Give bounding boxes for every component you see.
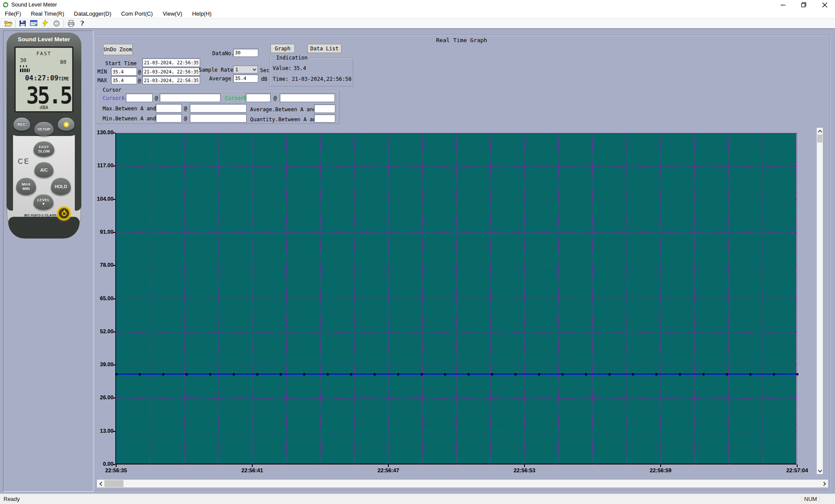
x-axis-label: 22:56:59 — [650, 468, 671, 474]
data-point-marker — [327, 373, 329, 375]
horizontal-scrollbar-thumb[interactable] — [104, 480, 124, 487]
print-button[interactable] — [65, 19, 77, 28]
datalogger-button[interactable] — [28, 19, 40, 28]
start-time-field[interactable] — [142, 58, 200, 67]
series-line — [116, 374, 797, 375]
cursor-b-value-field[interactable] — [246, 93, 271, 102]
gridline-vertical — [763, 133, 763, 464]
data-point-marker — [538, 373, 540, 375]
gridline-vertical — [627, 133, 627, 464]
cursor-a-value-field[interactable] — [126, 93, 153, 102]
at-sign: @ — [184, 116, 187, 122]
average-between-field[interactable] — [314, 104, 335, 113]
indication-title: Indication — [274, 55, 309, 61]
device-panel: Sound Level Meter FAST 30 80 04:27:09TIM… — [3, 30, 94, 492]
vertical-scrollbar-thumb[interactable] — [817, 135, 822, 143]
data-point-marker — [303, 373, 305, 375]
max-between-time-field[interactable] — [190, 104, 247, 113]
average-label: Average — [209, 76, 231, 82]
minimize-button[interactable] — [772, 0, 793, 10]
sample-rate-label: Sample Rate — [199, 67, 233, 73]
at-sign: @ — [155, 95, 158, 101]
help-question-icon: ? — [80, 20, 84, 27]
y-axis-label: 26.00 — [94, 395, 114, 401]
device-level-button: LEVEL ▼ — [33, 194, 53, 210]
scroll-down-button[interactable] — [817, 468, 823, 474]
undo-zoom-button[interactable]: UnDo Zoom — [103, 44, 133, 55]
data-list-tab-button[interactable]: Data List — [307, 44, 341, 53]
gridline-vertical — [150, 133, 150, 464]
device-max-min-button: MAX MIN — [16, 178, 36, 195]
connect-button[interactable] — [40, 19, 51, 28]
save-button[interactable] — [17, 19, 28, 28]
data-point-marker — [186, 373, 188, 375]
sample-rate-select[interactable]: 1 — [233, 66, 258, 73]
y-axis-label: 13.00 — [94, 428, 114, 434]
cursor-a-label: CursorA — [103, 95, 125, 101]
min-label: MIN — [97, 69, 107, 75]
min-between-value-field[interactable] — [156, 114, 182, 123]
min-between-label: Min.Between A and B — [103, 116, 162, 122]
min-value-field[interactable] — [111, 67, 137, 76]
menu-bar: File(F) Real Time(R) DataLogger(D) Com P… — [0, 10, 835, 18]
menu-view[interactable]: View(V) — [159, 10, 186, 18]
max-time-field[interactable] — [142, 76, 200, 84]
y-axis-label: 117.00 — [94, 162, 114, 169]
menu-file[interactable]: File(F) — [1, 10, 25, 18]
scroll-up-button[interactable] — [817, 128, 823, 134]
cursor-b-time-field[interactable] — [280, 93, 335, 102]
menu-help[interactable]: Help(H) — [188, 10, 216, 18]
y-axis-tick — [113, 464, 115, 465]
start-time-label: Start Time — [105, 60, 137, 66]
restore-button[interactable] — [793, 0, 814, 10]
y-axis-tick — [113, 265, 115, 266]
scroll-left-button[interactable] — [97, 480, 104, 487]
max-between-value-field[interactable] — [156, 104, 182, 113]
save-floppy-icon — [19, 20, 26, 27]
restore-icon — [801, 2, 806, 7]
backlight-icon — [64, 122, 69, 127]
data-no-field[interactable] — [233, 49, 258, 57]
device-backlight-button — [58, 118, 74, 131]
help-button[interactable]: ? — [77, 19, 88, 28]
cursor-a-time-field[interactable] — [160, 93, 220, 102]
chevron-up-icon — [818, 129, 822, 134]
data-point-marker — [139, 373, 141, 375]
vertical-scrollbar[interactable] — [817, 128, 823, 474]
menu-real-time[interactable]: Real Time(R) — [27, 10, 68, 18]
toolbar-separator — [63, 20, 64, 27]
scroll-right-button[interactable] — [821, 480, 828, 487]
gridline-horizontal — [116, 332, 797, 332]
min-time-field[interactable] — [142, 67, 200, 76]
max-value-field[interactable] — [111, 76, 137, 84]
horizontal-scrollbar[interactable] — [97, 480, 828, 487]
min-between-time-field[interactable] — [190, 114, 247, 123]
close-button[interactable] — [814, 0, 835, 10]
max-label: MAX — [22, 182, 30, 186]
quantity-between-field[interactable] — [314, 114, 335, 123]
gridline-horizontal — [116, 365, 797, 365]
data-table-icon — [30, 20, 38, 27]
x-axis-label: 22:57:04 — [786, 468, 808, 474]
device-rec-button: REC — [13, 118, 30, 131]
chart-plot-area[interactable]: 130.00117.00104.0091.0078.0065.0052.0039… — [115, 133, 796, 464]
toolbar-separator — [15, 20, 16, 27]
menu-com-port[interactable]: Com Port(C) — [117, 10, 157, 18]
average-field[interactable] — [233, 74, 258, 83]
data-point-marker — [162, 373, 164, 375]
open-file-button[interactable] — [3, 19, 14, 28]
data-point-marker — [256, 373, 258, 375]
data-point-marker — [796, 373, 798, 375]
status-divider — [819, 495, 819, 503]
cursor-groupbox: Cursor CursorA @ CursorB @ Max.Between A… — [96, 90, 340, 124]
menu-datalogger[interactable]: DataLogger(D) — [70, 10, 115, 18]
graph-tab-button[interactable]: Graph — [271, 44, 295, 53]
gridline-horizontal — [116, 398, 797, 398]
y-axis-tick — [113, 133, 115, 133]
real-time-graph-panel: Real Time Graph UnDo Zoom Start Time MIN… — [94, 35, 830, 491]
data-point-marker — [702, 373, 705, 375]
cursor-title: Cursor — [101, 87, 123, 93]
gridline-vertical — [286, 133, 287, 464]
data-point-marker — [608, 373, 611, 375]
ce-mark: CE — [18, 158, 30, 166]
